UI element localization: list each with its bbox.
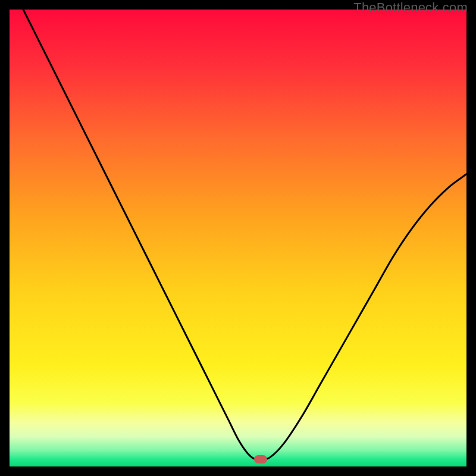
optimum-marker (254, 455, 267, 464)
bottleneck-curve (10, 10, 466, 466)
chart-frame: TheBottleneck.com (0, 0, 476, 476)
watermark-text: TheBottleneck.com (353, 0, 468, 15)
plot-area (10, 10, 466, 466)
